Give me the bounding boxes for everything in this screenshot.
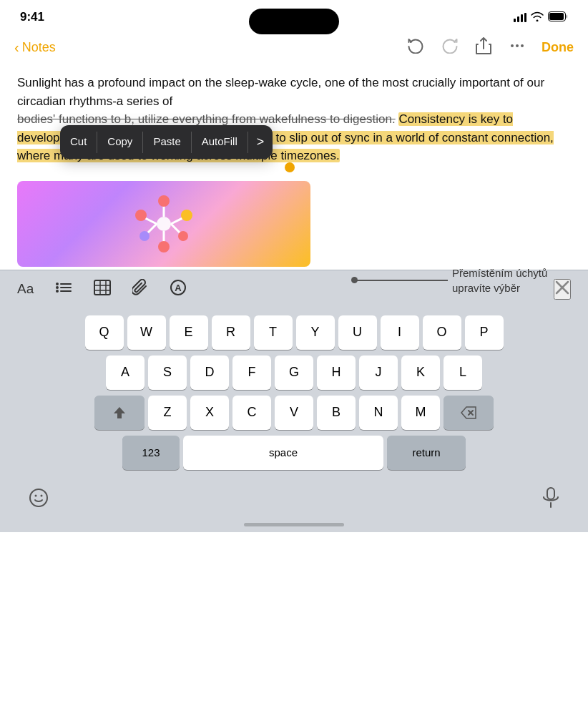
signal-icon: [514, 13, 526, 22]
key-k[interactable]: K: [401, 355, 440, 390]
molecule-graphic: [121, 188, 207, 260]
keyboard-row-3: Z X C V B N M: [4, 396, 584, 430]
key-m[interactable]: M: [401, 396, 440, 430]
svg-point-12: [135, 210, 147, 221]
nav-actions: Done: [406, 36, 574, 59]
battery-icon: [548, 11, 568, 24]
svg-point-2: [511, 44, 514, 47]
svg-point-35: [30, 489, 47, 506]
svg-point-15: [139, 231, 150, 241]
undo-button[interactable]: [406, 36, 426, 59]
key-b[interactable]: B: [317, 396, 356, 430]
status-icons: [514, 11, 568, 24]
svg-point-13: [181, 210, 192, 221]
note-text-striked: bodies' functions to b, utilize everythi…: [17, 112, 396, 126]
list-format-button[interactable]: [55, 280, 72, 298]
microphone-button[interactable]: [542, 487, 559, 513]
key-o[interactable]: O: [423, 315, 461, 350]
dynamic-island: [249, 9, 339, 34]
note-image: [17, 181, 310, 267]
key-n[interactable]: N: [359, 396, 398, 430]
svg-point-10: [158, 195, 170, 207]
note-text-before: Sunlight has a profound impact on the sl…: [17, 76, 544, 108]
home-indicator: [244, 523, 344, 526]
key-p[interactable]: P: [465, 315, 504, 350]
keyboard-row-1: Q W E R T Y U I O P: [4, 315, 584, 350]
key-w[interactable]: W: [127, 315, 166, 350]
cut-button[interactable]: Cut: [60, 127, 97, 157]
keyboard-row-2: A S D F G H J K L: [4, 355, 584, 390]
selection-handle: [285, 162, 295, 172]
keyboard-row-4: 123 space return: [4, 436, 584, 470]
key-s[interactable]: S: [148, 355, 187, 390]
svg-point-19: [56, 286, 59, 289]
svg-rect-1: [549, 13, 564, 20]
key-j[interactable]: J: [359, 355, 398, 390]
key-i[interactable]: I: [381, 315, 419, 350]
numbers-button[interactable]: 123: [122, 436, 180, 470]
copy-button[interactable]: Copy: [97, 127, 142, 157]
autofill-button[interactable]: AutoFill: [192, 127, 248, 157]
key-a[interactable]: A: [106, 355, 144, 390]
key-x[interactable]: X: [190, 396, 229, 430]
back-label: Notes: [22, 40, 56, 55]
key-q[interactable]: Q: [85, 315, 124, 350]
key-g[interactable]: G: [275, 355, 313, 390]
return-button[interactable]: return: [387, 436, 466, 470]
context-menu: Cut Copy Paste AutoFill >: [60, 125, 273, 159]
shift-button[interactable]: [94, 396, 144, 430]
svg-rect-38: [547, 488, 554, 499]
key-t[interactable]: T: [254, 315, 293, 350]
attachment-button[interactable]: [132, 279, 148, 300]
svg-point-5: [157, 217, 171, 231]
key-v[interactable]: V: [275, 396, 313, 430]
key-z[interactable]: Z: [148, 396, 187, 430]
svg-point-37: [41, 494, 43, 496]
key-y[interactable]: Y: [296, 315, 335, 350]
more-button[interactable]: [507, 36, 527, 59]
status-time: 9:41: [20, 10, 44, 24]
redo-button[interactable]: [440, 36, 460, 59]
emoji-button[interactable]: [29, 488, 49, 512]
space-button[interactable]: space: [183, 436, 383, 470]
paste-button[interactable]: Paste: [143, 127, 190, 157]
svg-point-18: [56, 283, 59, 285]
delete-button[interactable]: [444, 396, 494, 430]
annotation: Přemístěním úchytů upravíte výběr: [354, 265, 581, 295]
svg-point-20: [56, 290, 59, 293]
note-content[interactable]: Sunlight has a profound impact on the sl…: [0, 65, 588, 267]
wifi-icon: [531, 11, 544, 24]
svg-point-17: [178, 231, 188, 241]
bottom-bar: [0, 480, 588, 523]
annotation-text: Přemístěním úchytů upravíte výběr: [452, 265, 581, 295]
home-indicator-bar: [0, 523, 588, 532]
svg-text:A: A: [175, 283, 182, 293]
note-wrapper: Sunlight has a profound impact on the sl…: [0, 65, 588, 267]
nav-bar: ‹ Notes: [0, 30, 588, 65]
back-button[interactable]: ‹ Notes: [14, 39, 56, 56]
share-button[interactable]: [474, 36, 493, 59]
note-text[interactable]: Sunlight has a profound impact on the sl…: [17, 74, 571, 165]
key-r[interactable]: R: [212, 315, 250, 350]
key-f[interactable]: F: [232, 355, 271, 390]
markup-button[interactable]: A: [170, 279, 187, 300]
key-c[interactable]: C: [232, 396, 271, 430]
done-button[interactable]: Done: [542, 40, 574, 55]
back-arrow-icon: ‹: [14, 39, 19, 56]
svg-point-4: [521, 44, 524, 47]
text-format-button[interactable]: Aa: [17, 281, 34, 297]
key-e[interactable]: E: [170, 315, 208, 350]
key-l[interactable]: L: [444, 355, 482, 390]
svg-rect-24: [94, 280, 110, 295]
svg-point-36: [35, 494, 37, 496]
more-menu-button[interactable]: >: [248, 125, 273, 159]
keyboard: Q W E R T Y U I O P A S D F G H J K L Z …: [0, 308, 588, 480]
key-h[interactable]: H: [317, 355, 356, 390]
key-u[interactable]: U: [338, 315, 377, 350]
key-d[interactable]: D: [190, 355, 229, 390]
svg-point-3: [516, 44, 519, 47]
table-button[interactable]: [94, 280, 111, 299]
svg-point-11: [158, 241, 170, 252]
